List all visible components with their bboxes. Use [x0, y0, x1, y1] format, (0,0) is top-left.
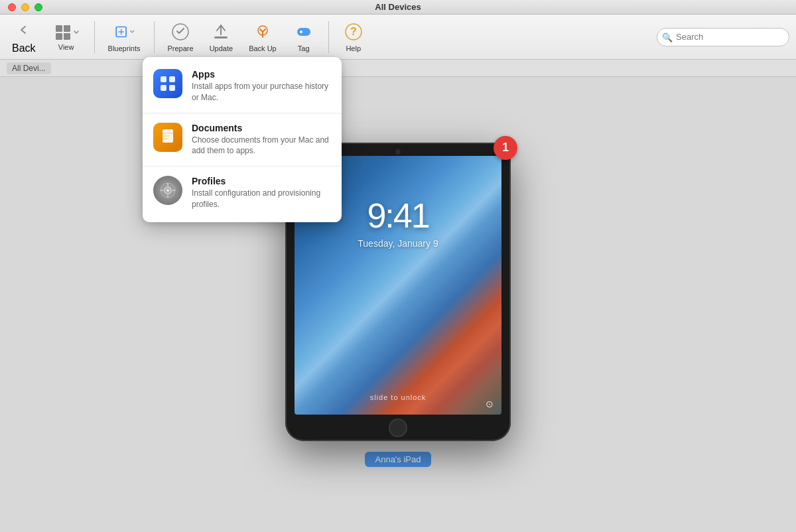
device-label: Anna's iPad	[365, 452, 432, 467]
svg-rect-8	[214, 36, 228, 38]
backup-label: Back Up	[249, 44, 277, 52]
tag-button[interactable]: Tag	[287, 19, 320, 55]
apps-desc: Install apps from your purchase history …	[192, 81, 331, 103]
ipad-home-button[interactable]	[389, 419, 407, 437]
view-button[interactable]: View	[46, 21, 86, 54]
svg-text:?: ?	[350, 26, 357, 37]
slide-to-unlock: slide to unlock	[370, 393, 427, 401]
separator-2	[154, 21, 155, 53]
apps-text: Apps Install apps from your purchase his…	[192, 69, 331, 103]
window-title: All Devices	[375, 2, 421, 12]
device-badge: 1	[494, 136, 517, 160]
lock-time: 9:41	[367, 196, 429, 235]
close-button[interactable]	[8, 3, 16, 11]
menu-item-profiles[interactable]: Profiles Install configuration and provi…	[143, 169, 342, 217]
blueprints-dropdown-icon	[130, 29, 135, 34]
search-icon: 🔍	[662, 32, 673, 42]
maximize-button[interactable]	[34, 3, 42, 11]
update-label: Update	[210, 44, 233, 52]
svg-rect-16	[161, 85, 166, 91]
svg-rect-0	[56, 25, 62, 32]
traffic-lights	[8, 3, 42, 11]
prepare-label: Prepare	[168, 44, 194, 52]
svg-rect-10	[297, 28, 310, 36]
back-icon	[13, 19, 34, 40]
search-container: 🔍	[657, 28, 789, 46]
profiles-desc: Install configuration and provisioning p…	[192, 188, 331, 210]
docs-text: Documents Choose documents from your Mac…	[192, 123, 331, 157]
svg-rect-15	[169, 76, 175, 82]
camera-lock-icon: ⊙	[486, 399, 494, 409]
apps-icon	[153, 69, 182, 98]
view-icon	[54, 23, 72, 42]
profiles-text: Profiles Install configuration and provi…	[192, 176, 331, 210]
profiles-icon	[153, 176, 182, 205]
apps-title: Apps	[192, 69, 331, 80]
help-icon: ?	[343, 21, 364, 42]
menu-divider-2	[143, 166, 342, 166]
docs-icon	[153, 123, 182, 152]
update-icon	[210, 21, 232, 42]
prepare-icon	[170, 21, 191, 42]
minimize-button[interactable]	[21, 3, 29, 11]
breadcrumb-item[interactable]: All Devi...	[7, 62, 51, 74]
dropdown-menu: Apps Install apps from your purchase his…	[143, 57, 342, 222]
help-button[interactable]: ? Help	[337, 19, 370, 55]
blueprints-label: Blueprints	[108, 44, 141, 52]
svg-rect-2	[56, 33, 62, 40]
update-button[interactable]: Update	[204, 19, 238, 55]
blueprints-button[interactable]: Blueprints	[103, 19, 146, 55]
ipad-camera	[395, 149, 401, 155]
backup-button[interactable]: Back Up	[243, 19, 282, 55]
profiles-title: Profiles	[192, 176, 331, 186]
blueprints-icon	[113, 21, 135, 42]
breadcrumb-bar: All Devi...	[0, 60, 796, 77]
svg-rect-1	[64, 25, 70, 32]
toolbar: Back View	[0, 15, 796, 60]
title-bar: All Devices	[0, 0, 796, 15]
back-button[interactable]: Back	[7, 17, 41, 57]
help-label: Help	[346, 44, 361, 52]
back-label: Back	[12, 42, 36, 54]
tag-icon	[293, 21, 314, 42]
svg-rect-3	[64, 33, 70, 40]
separator-1	[94, 21, 95, 53]
menu-item-apps[interactable]: Apps Install apps from your purchase his…	[143, 62, 342, 110]
main-content: 1 9:41 Tuesday, January 9 slide to unloc…	[0, 77, 796, 532]
svg-point-21	[166, 189, 169, 192]
lock-date: Tuesday, January 9	[358, 238, 438, 249]
separator-3	[328, 21, 329, 53]
view-dropdown-icon	[74, 30, 79, 35]
svg-point-11	[300, 31, 302, 33]
view-label: View	[58, 43, 74, 51]
backup-icon	[252, 21, 273, 42]
svg-rect-14	[161, 76, 166, 82]
tag-label: Tag	[298, 44, 310, 52]
docs-title: Documents	[192, 123, 331, 133]
menu-item-documents[interactable]: Documents Choose documents from your Mac…	[143, 116, 342, 164]
prepare-button[interactable]: Prepare	[163, 19, 199, 55]
docs-desc: Choose documents from your Mac and add t…	[192, 135, 331, 157]
svg-rect-17	[169, 85, 175, 91]
search-input[interactable]	[657, 28, 789, 46]
menu-divider-1	[143, 113, 342, 113]
